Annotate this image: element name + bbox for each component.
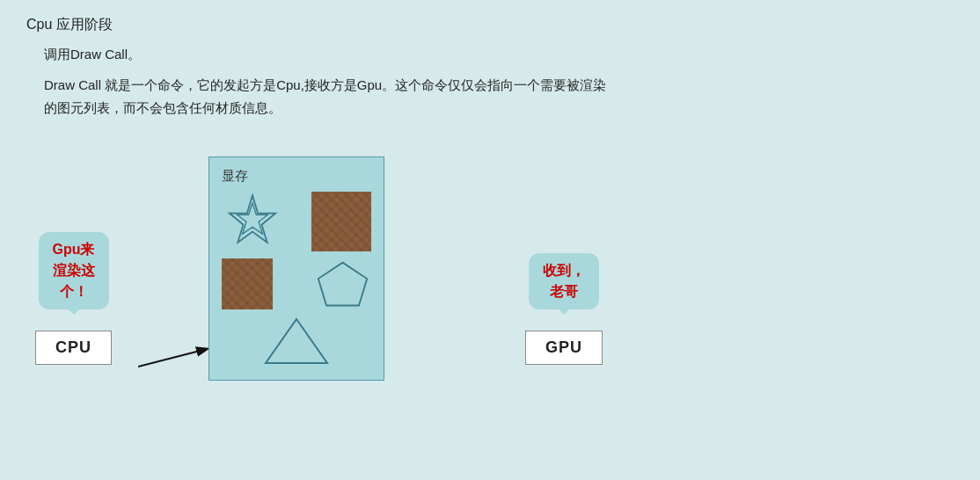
arrow-svg [138,340,217,375]
vram-row2 [222,258,371,311]
description: Draw Call 就是一个命令，它的发起方是Cpu,接收方是Gpu。这个命令仅… [44,74,954,119]
cpu-box: CPU [35,331,112,365]
vram-row3 [222,315,371,367]
cpu-label: CPU [55,338,91,356]
gpu-box: GPU [525,331,603,365]
gpu-block: 收到，老哥 GPU [525,253,603,365]
vram-block: 显存 [208,156,384,381]
gpu-bubble-text: 收到，老哥 [543,263,585,299]
vram-label: 显存 [222,168,371,185]
description-line2: 的图元列表，而不会包含任何材质信息。 [44,100,282,115]
star-shape [222,192,283,253]
cpu-bubble-text: Gpu来渲染这个！ [53,242,95,299]
texture-square-top [311,192,371,251]
vram-row1 [222,192,371,253]
description-line1: Draw Call 就是一个命令，它的发起方是Cpu,接收方是Gpu。这个命令仅… [44,77,606,92]
cpu-block: Gpu来渲染这个！ CPU [35,232,112,365]
subtitle: 调用Draw Call。 [44,47,954,63]
gpu-speech-bubble: 收到，老哥 [529,253,599,309]
cpu-speech-bubble: Gpu来渲染这个！ [39,232,109,309]
triangle-shape [261,315,332,367]
texture-square-bottom [222,258,273,309]
svg-marker-4 [266,319,327,363]
gpu-label: GPU [545,338,582,356]
pentagon-shape [314,258,371,311]
page-title: Cpu 应用阶段 [26,16,954,34]
svg-line-0 [138,349,207,367]
diagram-area: Gpu来渲染这个！ CPU 显存 [35,145,954,391]
svg-marker-3 [318,262,367,305]
